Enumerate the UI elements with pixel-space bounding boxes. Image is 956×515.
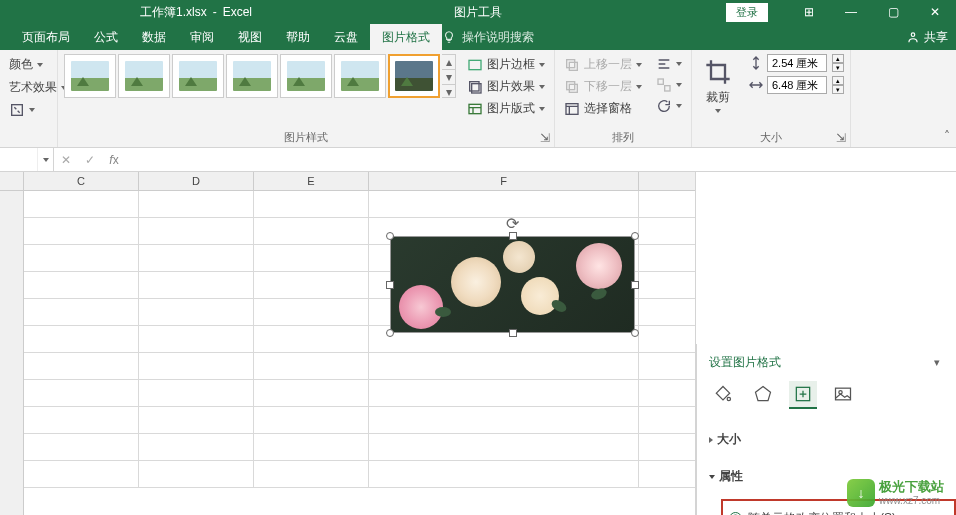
tab-cloud[interactable]: 云盘 [322, 24, 370, 50]
pane-title: 设置图片格式 [709, 354, 781, 371]
picture-border-icon [467, 57, 483, 73]
compress-icon [9, 102, 25, 118]
spin-down[interactable]: ▾ [832, 63, 844, 72]
pane-options-button[interactable]: ▾ [934, 356, 940, 369]
svg-rect-11 [658, 79, 663, 84]
section-properties[interactable]: 属性 [709, 464, 956, 489]
rotate-handle[interactable]: ⟳ [506, 214, 519, 233]
svg-rect-12 [665, 86, 670, 91]
close-button[interactable]: ✕ [914, 0, 956, 24]
dialog-launcher[interactable]: ⇲ [538, 131, 552, 145]
inserted-picture[interactable]: ⟳ [390, 236, 635, 333]
gallery-scroll-down[interactable]: ▾ [442, 69, 455, 84]
tab-picture-format[interactable]: 图片格式 [370, 24, 442, 50]
spin-up[interactable]: ▴ [832, 76, 844, 85]
tell-me[interactable]: 操作说明搜索 [442, 24, 534, 50]
svg-rect-6 [567, 59, 575, 67]
crop-icon [704, 58, 732, 86]
dialog-launcher[interactable]: ⇲ [834, 131, 848, 145]
resize-handle-b[interactable] [509, 329, 517, 337]
login-button[interactable]: 登录 [726, 3, 768, 22]
spin-up[interactable]: ▴ [832, 54, 844, 63]
contextual-tab-label: 图片工具 [434, 0, 522, 24]
style-thumbnail[interactable] [64, 54, 116, 98]
picture-content [390, 236, 635, 333]
tab-data[interactable]: 数据 [130, 24, 178, 50]
selection-pane-button[interactable]: 选择窗格 [561, 98, 645, 119]
worksheet[interactable]: C D E F ⟳ [0, 172, 696, 515]
rotate-icon [656, 98, 672, 114]
svg-rect-7 [569, 62, 577, 70]
send-backward-button[interactable]: 下移一层 [561, 76, 645, 97]
collapse-ribbon-button[interactable]: ˄ [944, 129, 950, 143]
ribbon-tabs: 页面布局 公式 数据 审阅 视图 帮助 云盘 图片格式 操作说明搜索 共享 [0, 24, 956, 50]
minimize-button[interactable]: — [830, 0, 872, 24]
picture-style-gallery[interactable]: ▴ ▾ ▾ [64, 54, 456, 98]
style-thumbnail[interactable] [118, 54, 170, 98]
group-adjust: 颜色 艺术效果 [0, 50, 58, 147]
spin-down[interactable]: ▾ [832, 85, 844, 94]
tab-review[interactable]: 审阅 [178, 24, 226, 50]
bring-forward-button[interactable]: 上移一层 [561, 54, 645, 75]
titlebar: 工作簿1.xlsx - Excel 图片工具 登录 ⊞ — ▢ ✕ [0, 0, 956, 24]
group-icon [656, 77, 672, 93]
style-thumbnail[interactable] [334, 54, 386, 98]
name-box-dropdown[interactable] [37, 148, 53, 171]
tab-view[interactable]: 视图 [226, 24, 274, 50]
size-properties-tab[interactable] [789, 381, 817, 409]
style-thumbnail[interactable] [226, 54, 278, 98]
crop-button[interactable]: 裁剪 [698, 54, 738, 117]
tab-page-layout[interactable]: 页面布局 [10, 24, 82, 50]
picture-layout-icon [467, 101, 483, 117]
column-headers[interactable]: C D E F [24, 172, 695, 191]
style-thumbnail[interactable] [280, 54, 332, 98]
compress-pictures-button[interactable] [6, 100, 38, 120]
width-input[interactable]: 6.48 厘米 [767, 76, 827, 94]
row-headers[interactable] [0, 172, 24, 515]
height-icon [748, 55, 764, 71]
insert-function-button[interactable]: fx [102, 148, 126, 171]
option-move-and-size[interactable]: 随单元格改变位置和大小(S) [729, 507, 948, 515]
gallery-more[interactable]: ▾ [442, 84, 455, 99]
cancel-edit-button[interactable]: ✕ [54, 148, 78, 171]
group-label: 图片样式 [64, 128, 548, 145]
style-thumbnail-selected[interactable] [388, 54, 440, 98]
align-button[interactable] [653, 54, 685, 74]
color-button[interactable]: 颜色 [6, 54, 46, 75]
style-thumbnail[interactable] [172, 54, 224, 98]
size-icon [793, 384, 813, 404]
svg-rect-2 [469, 60, 481, 69]
picture-effects-button[interactable]: 图片效果 [464, 76, 548, 97]
align-icon [656, 56, 672, 72]
section-size[interactable]: 大小 [709, 427, 956, 452]
enter-edit-button[interactable]: ✓ [78, 148, 102, 171]
picture-layout-button[interactable]: 图片版式 [464, 98, 548, 119]
name-box[interactable] [0, 148, 54, 171]
picture-icon [833, 384, 853, 404]
rotate-button[interactable] [653, 96, 685, 116]
resize-handle-t[interactable] [509, 232, 517, 240]
picture-border-button[interactable]: 图片边框 [464, 54, 548, 75]
ribbon-display-options-button[interactable]: ⊞ [788, 0, 830, 24]
resize-handle-tl[interactable] [386, 232, 394, 240]
maximize-button[interactable]: ▢ [872, 0, 914, 24]
resize-handle-br[interactable] [631, 329, 639, 337]
person-icon [906, 30, 920, 44]
tab-help[interactable]: 帮助 [274, 24, 322, 50]
resize-handle-bl[interactable] [386, 329, 394, 337]
group-size: 裁剪 2.54 厘米 ▴▾ 6.48 厘米 ▴▾ 大小 ⇲ [692, 50, 851, 147]
tab-formulas[interactable]: 公式 [82, 24, 130, 50]
effects-tab[interactable] [749, 381, 777, 409]
gallery-scroll-up[interactable]: ▴ [442, 55, 455, 69]
height-input[interactable]: 2.54 厘米 [767, 54, 827, 72]
resize-handle-r[interactable] [631, 281, 639, 289]
picture-tab[interactable] [829, 381, 857, 409]
highlight-box: 随单元格改变位置和大小(S) [721, 499, 956, 515]
resize-handle-tr[interactable] [631, 232, 639, 240]
fill-line-tab[interactable] [709, 381, 737, 409]
group-arrange: 上移一层 下移一层 选择窗格 排列 [555, 50, 692, 147]
share-button[interactable]: 共享 [906, 29, 948, 46]
resize-handle-l[interactable] [386, 281, 394, 289]
picture-effects-icon [467, 79, 483, 95]
group-button[interactable] [653, 75, 685, 95]
